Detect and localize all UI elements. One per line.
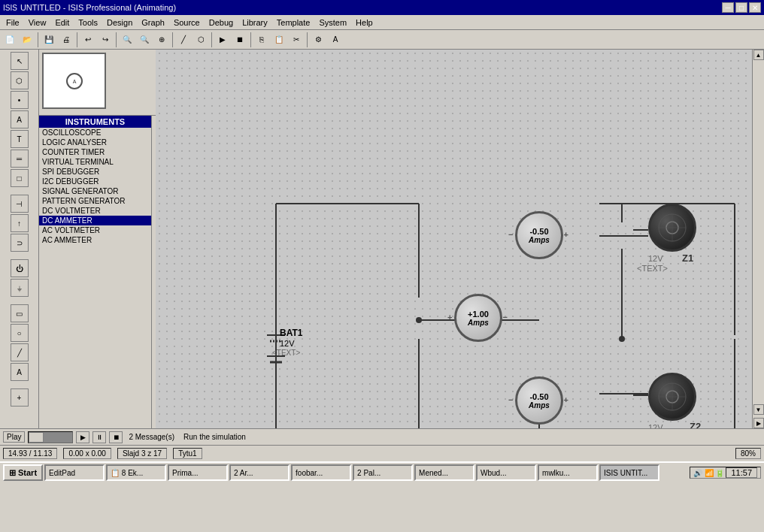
scroll-up-btn[interactable]: ▲ <box>753 50 764 60</box>
start-button[interactable]: ⊞ Start <box>3 464 43 481</box>
tb-component[interactable]: ⬡ <box>193 32 209 48</box>
tb-paste[interactable]: 📋 <box>271 32 287 48</box>
tb-save[interactable]: 💾 <box>41 32 57 48</box>
tool-power[interactable]: ⏻ <box>11 259 29 277</box>
taskbar-prima[interactable]: Prima... <box>168 464 228 481</box>
tool-port[interactable]: ⊃ <box>11 234 29 252</box>
tb-open[interactable]: 📂 <box>19 32 35 48</box>
ammeter-mid-plus: + <box>447 313 452 322</box>
tb-zoomin[interactable]: 🔍 <box>119 32 135 48</box>
taskbar-foobar[interactable]: foobar... <box>291 464 351 481</box>
close-button[interactable]: ✕ <box>749 2 761 13</box>
anim-scrollbar[interactable] <box>28 431 73 443</box>
status-sheet: Slajd 3 z 17 <box>117 448 167 459</box>
menu-edit[interactable]: Edit <box>50 17 74 28</box>
tb-annotate[interactable]: A <box>327 32 344 48</box>
taskbar-editpad[interactable]: EditPad <box>44 464 105 481</box>
menu-debug[interactable]: Debug <box>205 17 238 28</box>
preview-area: A <box>39 50 156 116</box>
tool-junction[interactable]: • <box>11 91 29 109</box>
menu-system[interactable]: System <box>314 17 351 28</box>
menu-library[interactable]: Library <box>238 17 272 28</box>
title-bar-controls[interactable]: ─ □ ✕ <box>722 2 761 13</box>
right-scrollbar[interactable]: ▲ ▼ ▶ <box>752 50 764 428</box>
battery-name: BAT1 <box>280 328 302 338</box>
instrument-virtual-terminal[interactable]: VIRTUAL TERMINAL <box>39 157 151 167</box>
status-zoom: 80% <box>735 448 761 459</box>
menu-template[interactable]: Template <box>272 17 315 28</box>
taskbar-isis[interactable]: ISIS UNTIT... <box>599 464 659 481</box>
tool-wire-label[interactable]: A <box>11 110 29 128</box>
instrument-counter-timer[interactable]: COUNTER TIMER <box>39 147 151 157</box>
taskbar-wbud[interactable]: Wbud... <box>476 464 536 481</box>
tool-add[interactable]: + <box>11 388 29 407</box>
tool-component[interactable]: ⬡ <box>11 71 29 89</box>
tool-terminal[interactable]: ⊣ <box>11 195 29 213</box>
tool-text[interactable]: T <box>11 130 29 148</box>
tb-print[interactable]: 🖨 <box>58 32 74 48</box>
tb-zoomout[interactable]: 🔍 <box>136 32 153 48</box>
tb-copy[interactable]: ⎘ <box>253 32 270 48</box>
preview-box: A <box>42 53 106 109</box>
anim-play-btn[interactable]: ▶ <box>76 431 89 443</box>
menu-source[interactable]: Source <box>169 17 205 28</box>
menu-design[interactable]: Design <box>102 17 137 28</box>
status-title: Tytu1 <box>173 448 202 459</box>
tool-ground[interactable]: ⏚ <box>11 279 29 297</box>
tool-select[interactable]: ↖ <box>11 52 29 70</box>
tb-stop[interactable]: ⏹ <box>232 32 248 48</box>
tb-sep3 <box>116 32 117 47</box>
scroll-right-arrow[interactable]: ▶ <box>753 418 764 428</box>
instrument-dc-ammeter[interactable]: DC AMMETER <box>39 216 151 225</box>
instrument-oscilloscope[interactable]: OSCILLOSCOPE <box>39 128 151 138</box>
instrument-dc-voltmeter[interactable]: DC VOLTMETER <box>39 206 151 216</box>
anim-scroll-thumb[interactable] <box>29 432 44 443</box>
tool-2d-circle[interactable]: ○ <box>11 324 29 342</box>
tool-pin[interactable]: ↑ <box>11 214 29 232</box>
tb-cut[interactable]: ✂ <box>288 32 305 48</box>
instrument-logic-analyser[interactable]: LOGIC ANALYSER <box>39 138 151 147</box>
tool-bus[interactable]: ═ <box>11 150 29 168</box>
anim-pause-btn[interactable]: ⏸ <box>92 431 106 443</box>
app-icon: ISIS <box>3 4 17 12</box>
taskbar-8ek[interactable]: 📋 8 Ek... <box>106 464 166 481</box>
menu-graph[interactable]: Graph <box>137 17 169 28</box>
instrument-ac-ammeter[interactable]: AC AMMETER <box>39 235 151 245</box>
tb-new[interactable]: 📄 <box>2 32 18 48</box>
menu-file[interactable]: File <box>2 17 24 28</box>
taskbar-mwlku[interactable]: mwlku... <box>538 464 598 481</box>
tb-redo[interactable]: ↪ <box>97 32 114 48</box>
tool-subcircuit[interactable]: □ <box>11 169 29 187</box>
canvas-area[interactable]: BAT1 12V <TEXT> -0.50 Amps − + +1.00 Amp… <box>156 50 752 428</box>
tb-props[interactable]: ⚙ <box>310 32 326 48</box>
ammeter-bot-plus: + <box>564 395 568 404</box>
toolbar: 📄 📂 💾 🖨 ↩ ↪ 🔍 🔍 ⊕ ╱ ⬡ ▶ ⏹ ⎘ 📋 ✂ ⚙ A <box>0 30 764 50</box>
ammeter-mid-unit: Amps <box>468 319 489 327</box>
instrument-i2c-debugger[interactable]: I2C DEBUGGER <box>39 177 151 186</box>
anim-stop-btn[interactable]: ⏹ <box>109 431 123 443</box>
taskbar-2pal[interactable]: 2 Pal... <box>353 464 413 481</box>
status-size: 0.00 x 0.00 <box>63 448 111 459</box>
menu-tools[interactable]: Tools <box>74 17 102 28</box>
tb-wire[interactable]: ╱ <box>175 32 192 48</box>
tb-undo[interactable]: ↩ <box>80 32 96 48</box>
minimize-button[interactable]: ─ <box>722 2 734 13</box>
ammeter-mid: +1.00 Amps + − <box>454 294 502 342</box>
menu-view[interactable]: View <box>24 17 51 28</box>
instrument-signal-generator[interactable]: SIGNAL GENERATOR <box>39 186 151 196</box>
instrument-ac-voltmeter[interactable]: AC VOLTMETER <box>39 225 151 235</box>
maximize-button[interactable]: □ <box>735 2 747 13</box>
title-bar: ISIS UNTITLED - ISIS Professional (Anima… <box>0 0 764 15</box>
instrument-pattern-generator[interactable]: PATTERN GENERATOR <box>39 196 151 206</box>
menu-help[interactable]: Help <box>351 17 377 28</box>
tool-2d-box[interactable]: ▭ <box>11 304 29 322</box>
tb-zoomfit[interactable]: ⊕ <box>153 32 170 48</box>
taskbar-2ar[interactable]: 2 Ar... <box>229 464 290 481</box>
taskbar-mened[interactable]: Mened... <box>414 464 474 481</box>
lamp1-text: <TEXT> <box>637 264 668 273</box>
tb-simulate[interactable]: ▶ <box>214 32 231 48</box>
instrument-spi-debugger[interactable]: SPI DEBUGGER <box>39 167 151 177</box>
tool-2d-line[interactable]: ╱ <box>11 343 29 361</box>
tool-2d-text[interactable]: A <box>11 363 29 381</box>
scroll-down-btn[interactable]: ▼ <box>753 404 764 415</box>
